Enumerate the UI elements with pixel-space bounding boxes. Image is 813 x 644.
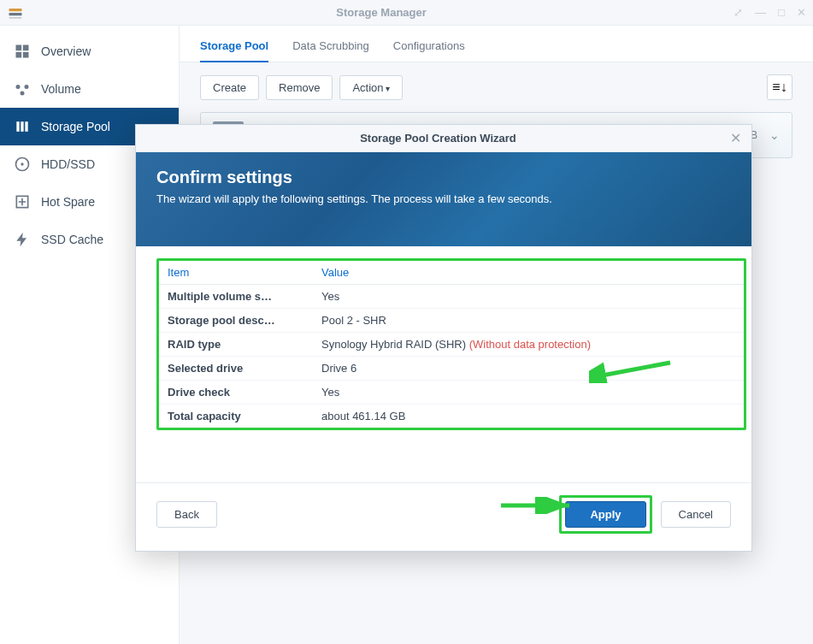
hdd-icon	[14, 156, 31, 173]
row-item: Storage pool desc…	[159, 309, 313, 333]
row-value: Drive 6	[313, 357, 744, 381]
sidebar-item-overview[interactable]: Overview	[0, 32, 179, 70]
svg-rect-3	[16, 45, 22, 51]
sidebar-item-volume[interactable]: Volume	[0, 70, 179, 108]
volume-icon	[14, 80, 31, 97]
svg-point-14	[21, 162, 23, 165]
close-icon[interactable]: ✕	[730, 130, 741, 146]
table-row: Drive check Yes	[159, 381, 744, 405]
row-value: Yes	[313, 285, 744, 309]
cancel-button[interactable]: Cancel	[661, 501, 731, 528]
svg-point-7	[16, 85, 21, 89]
sidebar-item-label: Volume	[41, 82, 81, 96]
overview-icon	[14, 43, 31, 60]
table-row: RAID type Synology Hybrid RAID (SHR) (Wi…	[159, 333, 744, 357]
create-button[interactable]: Create	[200, 75, 259, 100]
table-header-value: Value	[313, 261, 744, 285]
app-icon	[7, 4, 24, 21]
row-item: RAID type	[159, 333, 313, 357]
annotation-arrow-icon	[499, 497, 576, 514]
svg-point-8	[25, 85, 29, 89]
svg-rect-10	[16, 121, 19, 132]
window-title: Storage Manager	[29, 6, 733, 19]
wizard-subheading: The wizard will apply the following sett…	[156, 192, 731, 205]
annotation-arrow-icon	[589, 357, 675, 383]
svg-line-16	[598, 363, 670, 376]
sidebar-item-label: Storage Pool	[41, 120, 110, 133]
table-header-item: Item	[159, 261, 313, 285]
raid-warning: (Without data protection)	[469, 338, 591, 351]
tab-bar: Storage Pool Data Scrubbing Configuratio…	[180, 26, 813, 62]
table-row: Storage pool desc… Pool 2 - SHR	[159, 309, 744, 333]
wizard-body: Item Value Multiple volume s… Yes Storag…	[136, 246, 751, 482]
row-value: about 461.14 GB	[313, 405, 744, 428]
svg-rect-4	[23, 45, 29, 51]
toolbar: Create Remove Action ≡↓	[180, 62, 813, 112]
back-button[interactable]: Back	[156, 501, 217, 528]
table-row: Total capacity about 461.14 GB	[159, 405, 744, 428]
svg-rect-2	[9, 17, 22, 19]
window-minimize-icon[interactable]: —	[755, 6, 766, 19]
tab-data-scrubbing[interactable]: Data Scrubbing	[292, 34, 369, 62]
svg-point-9	[21, 92, 25, 96]
tab-configurations[interactable]: Configurations	[393, 34, 465, 62]
wizard-hero: Confirm settings The wizard will apply t…	[136, 152, 751, 246]
row-value: Synology Hybrid RAID (SHR) (Without data…	[313, 333, 744, 357]
svg-rect-11	[21, 121, 23, 132]
sidebar-item-label: Overview	[41, 44, 91, 58]
window-maximize-icon[interactable]: □	[778, 6, 785, 19]
wizard-header: Storage Pool Creation Wizard ✕	[136, 125, 751, 152]
tab-storage-pool[interactable]: Storage Pool	[200, 34, 268, 62]
row-item: Multiple volume s…	[159, 285, 313, 309]
row-item: Total capacity	[159, 405, 313, 428]
wizard-heading: Confirm settings	[156, 168, 731, 187]
svg-rect-12	[25, 121, 27, 132]
settings-table-highlight: Item Value Multiple volume s… Yes Storag…	[156, 258, 746, 430]
svg-rect-6	[23, 52, 29, 58]
wizard-footer: Back Apply Cancel	[136, 482, 751, 551]
svg-rect-1	[9, 13, 22, 15]
window-pin-icon[interactable]: ⤢	[733, 6, 743, 19]
svg-rect-0	[9, 9, 22, 11]
row-item: Drive check	[159, 381, 313, 405]
titlebar: Storage Manager ⤢ — □ ✕	[0, 0, 813, 26]
chevron-down-icon[interactable]: ⌄	[769, 128, 780, 142]
wizard-dialog: Storage Pool Creation Wizard ✕ Confirm s…	[135, 124, 752, 552]
window-close-icon[interactable]: ✕	[797, 6, 806, 19]
row-item: Selected drive	[159, 357, 313, 381]
wizard-title: Storage Pool Creation Wizard	[146, 132, 730, 145]
remove-button[interactable]: Remove	[266, 75, 333, 100]
storage-pool-icon	[14, 118, 31, 135]
sidebar-item-label: HDD/SSD	[41, 157, 95, 171]
ssd-cache-icon	[14, 231, 31, 248]
settings-table: Item Value Multiple volume s… Yes Storag…	[159, 261, 744, 428]
svg-rect-5	[16, 52, 22, 58]
sort-icon: ≡↓	[772, 80, 786, 95]
sidebar-item-label: SSD Cache	[41, 233, 103, 246]
table-row: Multiple volume s… Yes	[159, 285, 744, 309]
sidebar-item-label: Hot Spare	[41, 195, 95, 209]
row-value: Yes	[313, 381, 744, 405]
apply-button[interactable]: Apply	[565, 501, 645, 528]
action-button[interactable]: Action	[339, 75, 403, 100]
row-value: Pool 2 - SHR	[313, 309, 744, 333]
hot-spare-icon	[14, 193, 31, 210]
sort-button[interactable]: ≡↓	[767, 74, 792, 100]
